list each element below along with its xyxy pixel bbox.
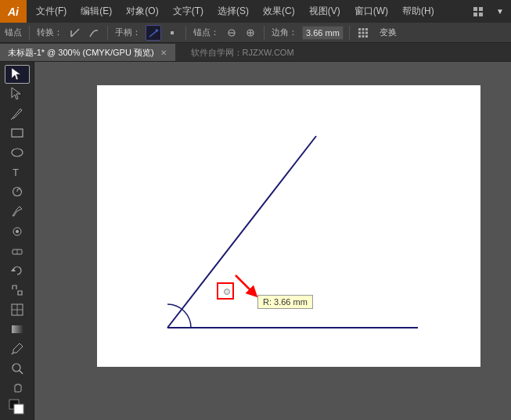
- svg-rect-1: [479, 7, 483, 11]
- svg-rect-2: [473, 13, 477, 16]
- toolbar-sep-4: [264, 26, 264, 40]
- tool-eraser[interactable]: [5, 242, 30, 260]
- menu-edit[interactable]: 编辑(E): [74, 0, 118, 23]
- svg-rect-12: [362, 28, 364, 31]
- menu-object[interactable]: 对象(O): [120, 0, 164, 23]
- transform-smooth-btn[interactable]: [86, 25, 102, 41]
- svg-line-35: [12, 353, 13, 354]
- corner-label: 边角：: [270, 27, 299, 38]
- watermark-text: 软件自学网：RJZXW.COM: [191, 47, 294, 61]
- svg-rect-23: [12, 129, 23, 137]
- anchor-label: 锚点: [3, 27, 23, 38]
- window-minimize[interactable]: ▼: [489, 0, 511, 23]
- svg-point-36: [13, 364, 20, 372]
- svg-point-24: [12, 149, 23, 156]
- menu-view[interactable]: 视图(V): [303, 0, 347, 23]
- svg-rect-28: [13, 249, 22, 254]
- tool-zoom[interactable]: [5, 359, 30, 378]
- toolbar-sep-5: [349, 26, 350, 40]
- svg-rect-39: [14, 404, 23, 414]
- svg-rect-11: [358, 28, 361, 31]
- menu-select[interactable]: 选择(S): [211, 0, 255, 23]
- tool-ellipse[interactable]: [5, 143, 30, 162]
- svg-marker-4: [156, 29, 159, 32]
- document-tab[interactable]: 未标题-1* @ 300% (CMYK/GPU 预览) ✕: [0, 44, 175, 61]
- svg-line-22: [11, 118, 13, 120]
- window-controls: ▼: [467, 0, 511, 23]
- tab-bar: 未标题-1* @ 300% (CMYK/GPU 预览) ✕ 软件自学网：RJZX…: [0, 43, 511, 62]
- toolbar-sep-3: [185, 26, 186, 40]
- transform-corner-btn[interactable]: [67, 25, 83, 41]
- tool-blob-brush[interactable]: [5, 222, 30, 241]
- svg-rect-38: [9, 400, 19, 409]
- grid-icon-btn[interactable]: [355, 25, 371, 41]
- svg-point-26: [13, 228, 21, 235]
- tool-eyedropper[interactable]: [5, 339, 30, 358]
- tool-scale[interactable]: [5, 281, 30, 300]
- tool-spiral[interactable]: [5, 182, 30, 201]
- tool-rectangle[interactable]: [5, 124, 30, 142]
- tool-gradient[interactable]: [5, 320, 30, 339]
- menu-effect[interactable]: 效果(C): [257, 0, 301, 23]
- radius-value: R: 3.66 mm: [263, 297, 308, 307]
- tool-hand[interactable]: [5, 379, 30, 397]
- svg-text:T: T: [13, 167, 19, 178]
- svg-rect-19: [365, 35, 368, 38]
- anchor2-label: 锚点：: [192, 27, 221, 38]
- menu-file[interactable]: 文件(F): [30, 0, 73, 23]
- tool-brush[interactable]: [5, 202, 30, 221]
- svg-rect-16: [365, 31, 368, 34]
- svg-rect-5: [171, 31, 174, 34]
- tool-selection[interactable]: [5, 65, 30, 84]
- toolbar: 锚点 转换： 手柄： 锚点： 边角： 3.66 mm 变换: [0, 23, 511, 43]
- tab-close-btn[interactable]: ✕: [160, 48, 167, 57]
- tool-pen[interactable]: [5, 104, 30, 123]
- tool-direct-selection[interactable]: [5, 84, 30, 103]
- svg-marker-21: [12, 88, 20, 99]
- drawing-canvas: [34, 62, 511, 420]
- svg-rect-17: [358, 35, 361, 38]
- svg-marker-30: [11, 268, 16, 271]
- svg-marker-20: [12, 68, 20, 80]
- menu-items: 文件(F) 编辑(E) 对象(O) 文字(T) 选择(S) 效果(C) 视图(V…: [27, 0, 444, 23]
- handle-icon-active[interactable]: [146, 25, 161, 41]
- window-grid-icon[interactable]: [467, 0, 489, 23]
- toolbar-sep-1: [29, 26, 30, 40]
- canvas-area: R: 3.66 mm: [34, 62, 511, 420]
- corner-value[interactable]: 3.66 mm: [302, 26, 344, 40]
- transform-panel-btn[interactable]: 变换: [374, 25, 402, 41]
- tool-mesh[interactable]: [5, 300, 30, 319]
- svg-line-37: [20, 371, 23, 374]
- svg-rect-0: [473, 7, 477, 11]
- app-logo: Ai: [0, 0, 27, 23]
- svg-rect-3: [479, 13, 483, 16]
- menu-window[interactable]: 窗口(W): [348, 0, 394, 23]
- transform-label: 转换：: [35, 27, 64, 38]
- anchor-remove-btn[interactable]: [224, 25, 239, 41]
- svg-point-27: [16, 230, 19, 233]
- anchor-add-btn[interactable]: [243, 25, 258, 41]
- menu-type[interactable]: 文字(T): [167, 0, 210, 23]
- menu-bar: Ai 文件(F) 编辑(E) 对象(O) 文字(T) 选择(S) 效果(C) 视…: [0, 0, 511, 23]
- svg-rect-34: [12, 325, 23, 333]
- svg-rect-18: [362, 35, 364, 38]
- tool-rotate[interactable]: [5, 261, 30, 280]
- svg-rect-15: [362, 31, 364, 34]
- svg-rect-31: [12, 304, 23, 315]
- handle-icon-2[interactable]: [164, 25, 180, 41]
- handle-label: 手柄：: [113, 27, 142, 38]
- toolbar-sep-2: [107, 26, 108, 40]
- left-toolbar: T: [0, 62, 34, 420]
- tool-fill-stroke[interactable]: [5, 398, 30, 417]
- tab-title: 未标题-1* @ 300% (CMYK/GPU 预览): [8, 47, 154, 59]
- menu-help[interactable]: 帮助(H): [396, 0, 441, 23]
- tool-type[interactable]: T: [5, 163, 30, 181]
- radius-tooltip: R: 3.66 mm: [257, 295, 313, 309]
- main-area: T: [0, 62, 511, 420]
- svg-rect-14: [358, 31, 361, 34]
- svg-rect-13: [365, 28, 368, 31]
